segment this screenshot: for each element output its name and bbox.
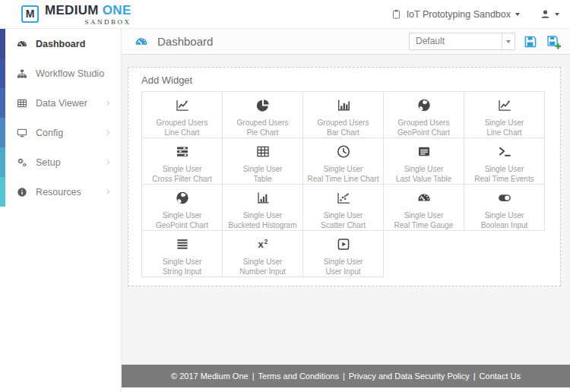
- x-squared-icon: [254, 236, 272, 252]
- widget-line1: Grouped Users: [142, 118, 222, 128]
- chevron-right-icon: [105, 188, 112, 195]
- sidebar-item-label: Dashboard: [36, 39, 85, 49]
- widget-line2: Pie Chart: [223, 128, 302, 138]
- widget-single-user-real-time-line-chart[interactable]: Single User Real Time Line Chart: [303, 138, 384, 185]
- widget-line1: Single User: [384, 164, 464, 174]
- save-dashboard-button[interactable]: [522, 33, 538, 49]
- widget-line1: Single User: [303, 210, 383, 220]
- widget-line2: Boolean Input: [464, 220, 544, 230]
- gauge-icon: [16, 38, 28, 50]
- list-alt-icon: [415, 144, 433, 160]
- sidebar-item-label: Config: [36, 128, 63, 138]
- brand-name: MEDIUM ONE: [45, 3, 131, 18]
- chevron-right-icon: [105, 100, 112, 106]
- brand-logo[interactable]: M MEDIUM ONE SANDBOX: [21, 3, 131, 26]
- widget-grouped-users-geopoint-chart[interactable]: Grouped Users GeoPoint Chart: [384, 92, 464, 138]
- widget-grouped-users-pie-chart[interactable]: Grouped Users Pie Chart: [223, 92, 303, 138]
- footer-link-terms[interactable]: Terms and Conditions: [258, 371, 339, 381]
- footer-separator: |: [343, 371, 345, 381]
- widget-line2: Line Chart: [142, 128, 222, 138]
- widget-line1: Single User: [384, 210, 464, 220]
- sidebar-item-workflow-studio[interactable]: Workflow Studio: [0, 58, 121, 88]
- widget-line1: Single User: [303, 257, 383, 267]
- sidebar-item-config[interactable]: Config: [0, 118, 121, 147]
- widget-single-user-real-time-events-stream[interactable]: Single User Real Time Events Stream: [464, 138, 545, 185]
- table-icon: [254, 144, 272, 160]
- footer-link-contact[interactable]: Contact Us: [480, 371, 521, 381]
- widget-line1: Single User: [464, 164, 544, 174]
- footer-link-privacy[interactable]: Privacy and Data Security Policy: [349, 371, 470, 381]
- globe-icon: [173, 190, 192, 206]
- widget-line1: Grouped Users: [303, 118, 383, 128]
- widget-line2: Table: [223, 174, 302, 184]
- widget-single-user-table[interactable]: Single User Table: [223, 138, 303, 185]
- sidebar-item-resources[interactable]: Resources: [0, 177, 121, 207]
- widget-single-user-number-input[interactable]: Single User Number Input: [223, 231, 303, 277]
- content-header-actions: Default: [409, 33, 561, 50]
- sidebar-item-setup[interactable]: Setup: [0, 147, 121, 177]
- widget-line1: Single User: [464, 210, 544, 220]
- cross-filter-icon: [173, 144, 192, 160]
- terminal-icon: [496, 144, 514, 160]
- content-header: Dashboard Default: [122, 29, 570, 55]
- sidebar-item-data-viewer[interactable]: Data Viewer: [0, 88, 121, 118]
- widget-line1: Single User: [142, 210, 222, 220]
- widget-line1: Single User: [142, 164, 222, 174]
- sandbox-selector-label: IoT Prototyping Sandbox: [407, 9, 511, 20]
- widget-single-user-last-value-table[interactable]: Single User Last Value Table: [384, 138, 464, 185]
- widget-line2: Real Time Line Chart: [303, 174, 383, 184]
- widget-grouped-users-line-chart[interactable]: Grouped Users Line Chart: [142, 92, 223, 138]
- widget-line2: GeoPoint Chart: [384, 128, 464, 138]
- footer-copyright: © 2017 Medium One: [171, 371, 249, 381]
- widget-single-user-bucketed-histogram[interactable]: Single User Bucketed Histogram: [223, 185, 303, 231]
- sandbox-selector[interactable]: IoT Prototyping Sandbox: [391, 8, 520, 20]
- sidebar-item-label: Workflow Studio: [36, 68, 104, 79]
- widget-single-user-scatter-chart[interactable]: Single User Scatter Chart: [303, 185, 384, 231]
- dashboard-select-value: Default: [410, 33, 502, 49]
- widget-single-user-line-chart[interactable]: Single User Line Chart: [464, 92, 545, 138]
- info-circle-icon: [16, 186, 28, 198]
- bar-chart-icon: [334, 97, 353, 113]
- select-caret: [502, 33, 515, 49]
- brand-name-accent: ONE: [103, 3, 131, 17]
- widget-line1: Single User: [142, 257, 222, 267]
- main-content: Add Widget Grouped Users Line Chart Grou…: [122, 55, 570, 365]
- gears-icon: [16, 156, 28, 169]
- sidebar-item-dashboard[interactable]: Dashboard: [0, 29, 121, 58]
- line-chart-icon: [496, 97, 514, 113]
- caret-down-icon: [515, 13, 520, 16]
- widget-single-user-user-input[interactable]: Single User User Input: [303, 231, 384, 277]
- widget-line2: Bar Chart: [303, 128, 383, 138]
- widget-line2: GeoPoint Chart: [142, 220, 222, 230]
- footer-separator: |: [252, 371, 255, 381]
- widget-line1: Single User: [464, 118, 544, 128]
- desktop-icon: [16, 127, 28, 139]
- sidebar-item-label: Setup: [36, 157, 61, 168]
- widget-line2: Real Time Gauge: [384, 220, 464, 230]
- scatter-chart-icon: [334, 190, 353, 206]
- save-as-new-dashboard-button[interactable]: [545, 33, 561, 49]
- widget-single-user-cross-filter-chart[interactable]: Single User Cross Filter Chart: [142, 138, 223, 185]
- widget-line1: Grouped Users: [384, 118, 464, 128]
- widget-single-user-geopoint-chart[interactable]: Single User GeoPoint Chart: [142, 185, 223, 231]
- logo-text: MEDIUM ONE SANDBOX: [45, 3, 131, 26]
- widget-line2: Cross Filter Chart: [142, 174, 222, 184]
- dashboard-select[interactable]: Default: [409, 33, 515, 50]
- app-window: M MEDIUM ONE SANDBOX IoT Prototyping San…: [0, 0, 570, 392]
- sidebar-item-label: Data Viewer: [36, 98, 87, 109]
- sidebar: Dashboard Workflow Studio Data Viewer Co…: [0, 29, 122, 392]
- panel-title: Add Widget: [141, 74, 560, 86]
- widget-line2: User Input: [303, 267, 383, 277]
- toggle-on-icon: [496, 190, 514, 206]
- user-menu[interactable]: [540, 8, 559, 20]
- sidebar-item-label: Resources: [36, 187, 81, 198]
- widget-single-user-boolean-input[interactable]: Single User Boolean Input: [464, 185, 545, 231]
- widget-grouped-users-bar-chart[interactable]: Grouped Users Bar Chart: [303, 92, 384, 138]
- widget-line2: String Input: [142, 267, 222, 277]
- gauge-icon: [415, 190, 433, 206]
- widget-line1: Single User: [223, 164, 302, 174]
- save-plus-icon: [545, 33, 561, 49]
- caret-down-icon: [555, 13, 559, 16]
- widget-single-user-real-time-gauge[interactable]: Single User Real Time Gauge: [384, 185, 464, 231]
- widget-single-user-string-input[interactable]: Single User String Input: [142, 231, 223, 277]
